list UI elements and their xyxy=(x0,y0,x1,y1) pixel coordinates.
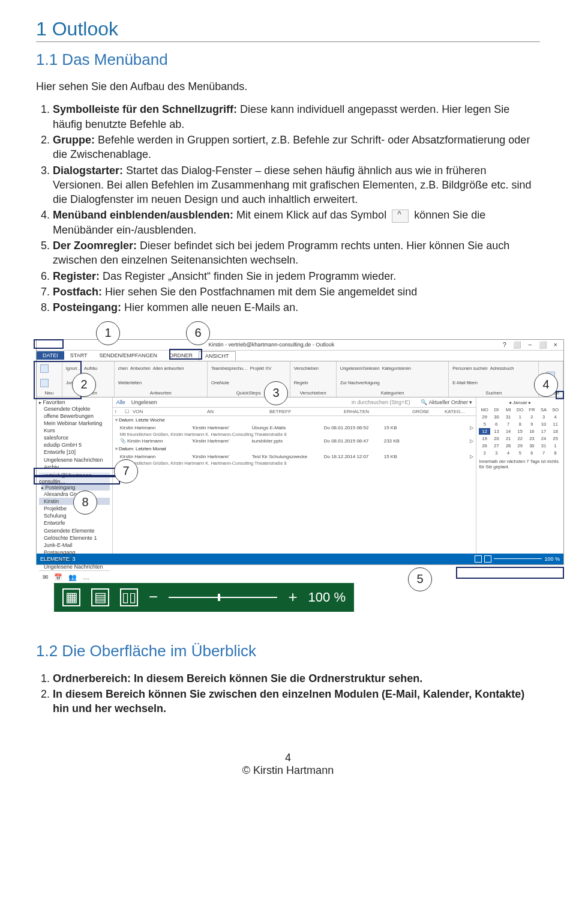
zoom-minus-icon[interactable]: − xyxy=(149,588,158,606)
cal-day[interactable]: 16 xyxy=(526,428,538,435)
ribbon-command[interactable]: Ungelesen/Gelesen xyxy=(340,366,380,371)
people-icon[interactable]: 👥 xyxy=(68,573,77,581)
cal-day[interactable]: 29 xyxy=(514,442,526,449)
sidebar-inbox[interactable]: Posteingang xyxy=(41,485,110,491)
cal-day[interactable]: 23 xyxy=(526,435,538,442)
cal-day[interactable]: 7 xyxy=(503,421,514,427)
sidebar-account[interactable]: vertrieb@khartmann-consultin… xyxy=(39,473,110,485)
search-box[interactable]: in durchsuchen (Strg+E) xyxy=(352,399,410,405)
ribbon-command[interactable]: E-Mail filtern xyxy=(452,380,478,385)
cal-day[interactable]: 20 xyxy=(491,435,502,442)
sidebar-item[interactable]: Junk-E-Mail xyxy=(39,542,110,549)
tab-start[interactable]: START xyxy=(64,351,94,360)
cal-day[interactable]: 27 xyxy=(491,442,502,449)
cal-day[interactable]: 11 xyxy=(550,421,561,427)
read-view-icon[interactable]: ▯▯ xyxy=(120,588,138,606)
list-group-header[interactable]: ▿ Datum: Letzte Woche xyxy=(113,416,476,424)
sidebar-item[interactable]: offene Bewerbungen xyxy=(39,412,110,420)
sidebar-item[interactable]: Gesendete Elemente xyxy=(39,527,110,534)
tab-ordner[interactable]: ORDNER xyxy=(163,351,199,360)
filter-unread[interactable]: Ungelesen xyxy=(131,399,157,405)
cal-day[interactable]: 30 xyxy=(491,414,502,420)
mini-calendar[interactable]: MODIMIDOFRSASO29303112345678910111213141… xyxy=(479,406,561,456)
more-icon[interactable]: … xyxy=(83,573,89,581)
cal-day[interactable]: 26 xyxy=(479,442,490,449)
cal-day[interactable]: 28 xyxy=(503,442,514,449)
cal-day[interactable]: 2 xyxy=(479,450,490,456)
cal-day[interactable]: 7 xyxy=(538,450,550,456)
cal-day[interactable]: 3 xyxy=(538,414,550,420)
ribbon-command[interactable]: Verschieben xyxy=(294,366,319,371)
message-row[interactable]: 📎 Kirstin Hartmann'Kirstin Hartmann'kurs… xyxy=(113,437,476,445)
cal-day[interactable]: 3 xyxy=(491,450,502,456)
cal-day[interactable]: 8 xyxy=(550,450,561,456)
ribbon-command[interactable]: OneNote xyxy=(211,380,229,385)
page-view-icon[interactable]: ▤ xyxy=(91,588,109,606)
message-row[interactable]: Kirstin Hartmann'Kirstin Hartmann'Übungs… xyxy=(113,424,476,432)
ribbon-command[interactable]: Allen antworten xyxy=(153,366,184,371)
cal-day[interactable]: 21 xyxy=(503,435,514,442)
sidebar-item[interactable]: Entwürfe xyxy=(39,519,110,527)
ribbon-command[interactable]: Regeln xyxy=(294,380,308,385)
sidebar-item[interactable]: Gelöschte Elemente 1 xyxy=(39,534,110,542)
cal-day[interactable]: 15 xyxy=(514,428,526,435)
ribbon-command[interactable]: Kategorisieren xyxy=(382,366,411,371)
sidebar-item[interactable]: edudip GmbH 5 xyxy=(39,441,110,448)
cal-day[interactable]: 14 xyxy=(503,428,514,435)
ribbon-command-icon[interactable] xyxy=(40,364,49,373)
cal-day[interactable]: 1 xyxy=(514,414,526,420)
message-row[interactable]: Kirstin Hartmann'Kirstin Hartmann'Test f… xyxy=(113,453,476,460)
sidebar-favorites-header[interactable]: Favoriten xyxy=(39,399,110,405)
cal-day[interactable]: 25 xyxy=(550,435,561,442)
ribbon-command[interactable]: Antworten xyxy=(130,366,151,371)
search-scope[interactable]: 🔍 Aktueller Ordner ▾ xyxy=(421,399,472,405)
cal-day[interactable]: 12 xyxy=(479,428,490,435)
cal-day[interactable]: 19 xyxy=(479,435,490,442)
cal-day[interactable]: 6 xyxy=(491,421,502,427)
cal-day[interactable]: 6 xyxy=(526,450,538,456)
cal-day[interactable]: 24 xyxy=(538,435,550,442)
ribbon-command[interactable]: Weiterleiten xyxy=(118,380,142,385)
sidebar-item[interactable]: Ungelesene Nachrichten xyxy=(39,563,110,570)
calendar-icon[interactable]: 📅 xyxy=(54,573,62,581)
cal-day[interactable]: 10 xyxy=(538,421,550,427)
cal-day[interactable]: 30 xyxy=(526,442,538,449)
window-controls[interactable]: ? ⬜ − ⬜ × xyxy=(503,341,560,349)
list-group-header[interactable]: ▿ Datum: Letzten Monat xyxy=(113,445,476,453)
cal-day[interactable]: 5 xyxy=(514,450,526,456)
ribbon-command[interactable]: Teambesprechu… xyxy=(211,366,248,371)
status-zoom-area[interactable]: 100 % xyxy=(475,555,560,563)
view-icon[interactable] xyxy=(475,555,482,563)
ribbon-command[interactable]: Personen suchen xyxy=(452,366,487,371)
cal-day[interactable]: 22 xyxy=(514,435,526,442)
cal-day[interactable]: 9 xyxy=(526,421,538,427)
cal-day[interactable]: 31 xyxy=(503,414,514,420)
cal-day[interactable]: 4 xyxy=(503,450,514,456)
cal-day[interactable]: 18 xyxy=(550,428,561,435)
sidebar-item[interactable]: Postausgang xyxy=(39,549,110,556)
cal-day[interactable]: 31 xyxy=(538,442,550,449)
ribbon-command[interactable]: chen xyxy=(118,366,128,371)
sidebar-item[interactable]: Mein Webinar Marketing Kurs xyxy=(39,420,110,434)
ribbon-command[interactable]: Zur Nachverfolgung xyxy=(340,380,380,385)
cal-day[interactable]: 8 xyxy=(514,421,526,427)
view-icon[interactable] xyxy=(484,555,491,563)
tab-datei[interactable]: DATEI xyxy=(37,351,64,360)
sidebar-item[interactable]: Gesendete Objekte xyxy=(39,405,110,412)
tab-ansicht[interactable]: ANSICHT xyxy=(199,351,236,361)
ribbon-command[interactable]: Adressbuch xyxy=(490,366,514,371)
cal-day[interactable]: 5 xyxy=(479,421,490,427)
zoom-slider[interactable] xyxy=(169,597,277,598)
sidebar-item[interactable]: Schulung xyxy=(39,512,110,519)
ribbon-command[interactable]: Ignori… xyxy=(66,366,82,371)
ribbon-command[interactable]: Aufräu xyxy=(84,366,97,371)
tab-senden[interactable]: SENDEN/EMPFANGEN xyxy=(94,351,164,360)
sidebar-item[interactable]: Ungelesene Nachrichten xyxy=(39,456,110,464)
zoom-plus-icon[interactable]: + xyxy=(288,588,297,606)
cal-day[interactable]: 2 xyxy=(526,414,538,420)
cal-month[interactable]: ◂ Januar ▸ xyxy=(479,400,561,405)
ribbon-command-icon[interactable] xyxy=(40,379,49,387)
cal-day[interactable]: 29 xyxy=(479,414,490,420)
cal-day[interactable]: 1 xyxy=(550,442,561,449)
cal-day[interactable]: 13 xyxy=(491,428,502,435)
